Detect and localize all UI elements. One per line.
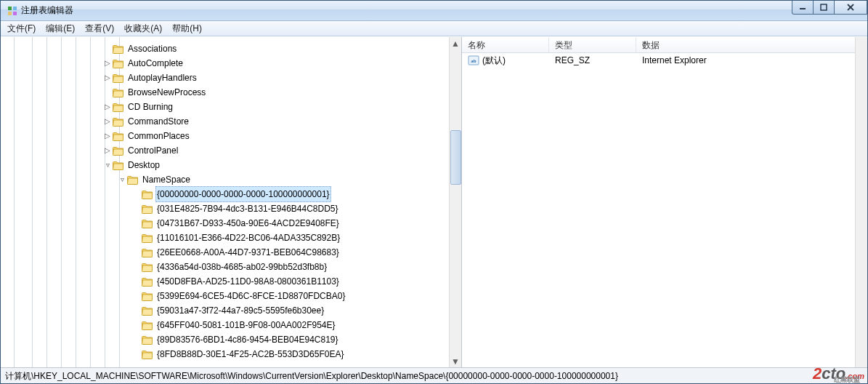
tree-item-label: Associations <box>126 41 178 57</box>
folder-icon <box>142 305 153 316</box>
tree-item[interactable]: ▷AutoplayHandlers <box>1 71 461 85</box>
tree-item[interactable]: {59031a47-3f72-44a7-89c5-5595fe6b30ee} <box>1 303 461 318</box>
tree-toggle-empty <box>131 289 142 303</box>
tree-item-label: {59031a47-3f72-44a7-89c5-5595fe6b30ee} <box>155 303 325 319</box>
string-value-icon <box>468 55 479 66</box>
col-data[interactable]: 数据 <box>636 37 867 52</box>
tree-item[interactable]: {450D8FBA-AD25-11D0-98A8-0800361B1103} <box>1 274 461 289</box>
folder-icon <box>113 130 124 142</box>
folder-icon <box>113 116 124 127</box>
tree-expand-icon[interactable]: ▷ <box>102 129 113 143</box>
cell-data: Internet Explorer <box>636 55 867 65</box>
tree-item-label: {26EE0668-A00A-44D7-9371-BEB064C98683} <box>155 244 341 260</box>
minimize-button[interactable] <box>792 1 814 15</box>
tree-item-label: AutoComplete <box>126 55 184 71</box>
tree-expand-icon[interactable]: ▷ <box>102 114 113 129</box>
tree-item[interactable]: {8FD8B88D-30E1-4F25-AC2B-553D3D65F0EA} <box>1 347 461 361</box>
tree-toggle-empty <box>131 216 142 231</box>
list-row[interactable]: (默认)REG_SZInternet Explorer <box>462 53 867 68</box>
registry-tree[interactable]: Associations▷AutoComplete▷AutoplayHandle… <box>1 40 461 361</box>
tree-item[interactable]: {04731B67-D933-450a-90E6-4ACD2E9408FE} <box>1 216 461 231</box>
tree-item-label: {11016101-E366-4D22-BC06-4ADA335C892B} <box>155 230 341 246</box>
window-title: 注册表编辑器 <box>21 4 73 17</box>
menu-favorites[interactable]: 收藏夹(A) <box>119 21 167 36</box>
folder-icon <box>113 159 124 171</box>
folder-icon <box>142 217 153 229</box>
col-name[interactable]: 名称 <box>462 37 549 52</box>
menu-help[interactable]: 帮助(H) <box>167 21 207 36</box>
tree-item[interactable]: ▷CommonPlaces <box>1 129 461 143</box>
tree-item[interactable]: {11016101-E366-4D22-BC06-4ADA335C892B} <box>1 231 461 245</box>
tree-item[interactable]: ▿Desktop <box>1 158 461 172</box>
tree-item[interactable]: ▷AutoComplete <box>1 56 461 71</box>
tree-item[interactable]: ▷CD Burning <box>1 100 461 114</box>
close-button[interactable] <box>834 1 867 15</box>
menu-bar: 文件(F) 编辑(E) 查看(V) 收藏夹(A) 帮助(H) <box>1 21 867 36</box>
svg-rect-7 <box>821 4 827 10</box>
col-type[interactable]: 类型 <box>549 37 636 52</box>
tree-expand-icon[interactable]: ▷ <box>102 56 113 71</box>
cell-name: (默认) <box>462 55 549 67</box>
list-body[interactable]: (默认)REG_SZInternet Explorer <box>462 53 867 68</box>
main-area: Associations▷AutoComplete▷AutoplayHandle… <box>1 36 867 367</box>
tree-toggle-empty <box>102 41 113 56</box>
tree-item-label: {031E4825-7B94-4dc3-B131-E946B44C8DD5} <box>155 201 340 217</box>
tree-expand-icon[interactable]: ▷ <box>102 71 113 85</box>
tree-item-label: {04731B67-D933-450a-90E6-4ACD2E9408FE} <box>155 215 341 231</box>
tree-collapse-icon[interactable]: ▿ <box>102 158 113 172</box>
folder-icon <box>142 290 153 302</box>
tree-item[interactable]: BrowseNewProcess <box>1 85 461 100</box>
cell-type: REG_SZ <box>549 55 636 65</box>
maximize-button[interactable] <box>813 1 835 15</box>
tree-collapse-icon[interactable]: ▿ <box>117 172 127 187</box>
tree-expand-icon[interactable]: ▷ <box>102 143 113 158</box>
tree-expand-icon[interactable]: ▷ <box>102 100 113 114</box>
tree-item[interactable]: {031E4825-7B94-4dc3-B131-E946B44C8DD5} <box>1 201 461 216</box>
title-bar[interactable]: 注册表编辑器 <box>1 1 867 21</box>
menu-view[interactable]: 查看(V) <box>80 21 119 36</box>
menu-file[interactable]: 文件(F) <box>2 21 41 36</box>
folder-icon <box>142 188 153 200</box>
tree-item[interactable]: {26EE0668-A00A-44D7-9371-BEB064C98683} <box>1 245 461 260</box>
tree-item[interactable]: {89D83576-6BD1-4c86-9454-BEB04E94C819} <box>1 332 461 347</box>
tree-item-label: {645FF040-5081-101B-9F08-00AA002F954E} <box>155 317 337 333</box>
folder-icon <box>142 261 153 273</box>
tree-item-label: AutoplayHandlers <box>126 70 198 86</box>
tree-item[interactable]: ▷ControlPanel <box>1 143 461 158</box>
folder-icon <box>113 101 124 113</box>
folder-icon <box>142 319 153 331</box>
tree-item[interactable]: {5399E694-6CE5-4D6C-8FCE-1D8870FDCBA0} <box>1 289 461 303</box>
tree-item-label: {4336a54d-038b-4685-ab02-99bb52d3fb8b} <box>155 259 328 275</box>
menu-edit[interactable]: 编辑(E) <box>41 21 80 36</box>
tree-item-label: {00000000-0000-0000-0000-100000000001} <box>155 186 331 202</box>
window-controls <box>792 1 867 15</box>
tree-item-label: {5399E694-6CE5-4D6C-8FCE-1D8870FDCBA0} <box>155 288 346 304</box>
tree-item[interactable]: ▷CommandStore <box>1 114 461 129</box>
folder-icon <box>113 57 124 69</box>
tree-item[interactable]: {645FF040-5081-101B-9F08-00AA002F954E} <box>1 318 461 332</box>
tree-toggle-empty <box>131 347 142 361</box>
tree-item[interactable]: {4336a54d-038b-4685-ab02-99bb52d3fb8b} <box>1 260 461 274</box>
registry-editor-window: 注册表编辑器 文件(F) 编辑(E) 查看(V) 收藏夹(A) 帮助(H) As… <box>0 0 868 384</box>
tree-item-label: CommandStore <box>126 113 190 129</box>
folder-icon <box>113 87 124 98</box>
tree-item[interactable]: Associations <box>1 41 461 56</box>
tree-item-label: NameSpace <box>141 172 192 188</box>
tree-item-label: {8FD8B88D-30E1-4F25-AC2B-553D3D65F0EA} <box>155 346 345 361</box>
folder-icon <box>127 174 139 185</box>
tree-toggle-empty <box>131 201 142 216</box>
tree-toggle-empty <box>131 332 142 347</box>
tree-toggle-empty <box>131 245 142 260</box>
folder-icon <box>142 348 153 360</box>
folder-icon <box>142 276 153 287</box>
folder-icon <box>113 43 124 55</box>
tree-item[interactable]: {00000000-0000-0000-0000-100000000001} <box>1 187 461 201</box>
tree-toggle-empty <box>131 318 142 332</box>
tree-item-label: {450D8FBA-AD25-11D0-98A8-0800361B1103} <box>155 273 341 289</box>
list-scrollbar[interactable] <box>855 37 867 367</box>
tree-item[interactable]: ▿NameSpace <box>1 172 461 187</box>
status-path: 计算机\HKEY_LOCAL_MACHINE\SOFTWARE\Microsof… <box>5 371 618 381</box>
tree-toggle-empty <box>131 260 142 274</box>
folder-icon <box>142 232 153 244</box>
tree-item-label: BrowseNewProcess <box>126 84 207 100</box>
